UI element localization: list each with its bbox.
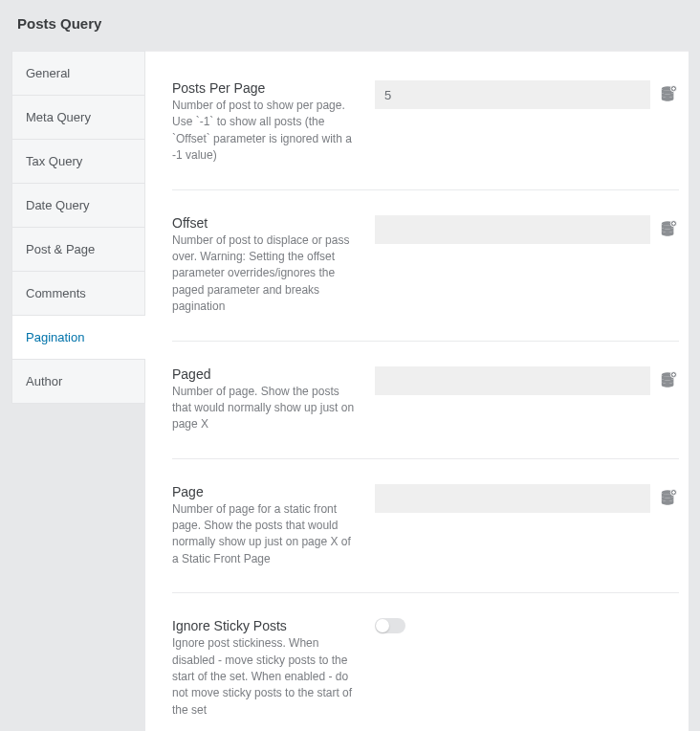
field-description: Number of post to show per page. Use `-1… [172, 98, 358, 165]
sidebar-item-general[interactable]: General [11, 51, 145, 95]
page-input[interactable] [375, 484, 650, 513]
sidebar-item-meta-query[interactable]: Meta Query [11, 95, 145, 139]
field-description: Number of page. Show the posts that woul… [172, 384, 358, 433]
toggle-knob [376, 619, 389, 632]
paged-input[interactable] [375, 366, 650, 395]
sidebar-item-date-query[interactable]: Date Query [11, 183, 145, 227]
field-title: Offset [172, 215, 358, 231]
database-icon[interactable] [658, 218, 679, 239]
field-description: Number of post to displace or pass over.… [172, 233, 358, 316]
field-posts-per-page: Posts Per Page Number of post to show pe… [172, 80, 679, 190]
sidebar: General Meta Query Tax Query Date Query … [11, 51, 145, 731]
field-title: Page [172, 484, 358, 499]
field-offset: Offset Number of post to displace or pas… [172, 215, 679, 342]
content-area: Posts Per Page Number of post to show pe… [145, 51, 689, 731]
field-title: Ignore Sticky Posts [172, 618, 358, 633]
field-page: Page Number of page for a static front p… [172, 484, 679, 594]
field-description: Ignore post stickiness. When disabled - … [172, 635, 358, 719]
sidebar-item-comments[interactable]: Comments [11, 271, 145, 315]
sidebar-item-author[interactable]: Author [11, 359, 145, 404]
field-ignore-sticky-posts: Ignore Sticky Posts Ignore post stickine… [172, 618, 679, 719]
posts-per-page-input[interactable] [375, 80, 650, 109]
sidebar-item-post-page[interactable]: Post & Page [11, 227, 145, 271]
page-title: Posts Query [11, 11, 689, 35]
sidebar-item-pagination[interactable]: Pagination [11, 315, 145, 359]
settings-panel: General Meta Query Tax Query Date Query … [11, 51, 689, 731]
database-icon[interactable] [658, 487, 679, 508]
offset-input[interactable] [375, 215, 650, 244]
ignore-sticky-toggle[interactable] [375, 618, 405, 633]
database-icon[interactable] [658, 369, 679, 390]
field-paged: Paged Number of page. Show the posts tha… [172, 366, 679, 459]
field-title: Paged [172, 366, 358, 382]
field-description: Number of page for a static front page. … [172, 501, 358, 568]
field-title: Posts Per Page [172, 80, 358, 96]
sidebar-item-tax-query[interactable]: Tax Query [11, 139, 145, 183]
database-icon[interactable] [658, 83, 679, 104]
